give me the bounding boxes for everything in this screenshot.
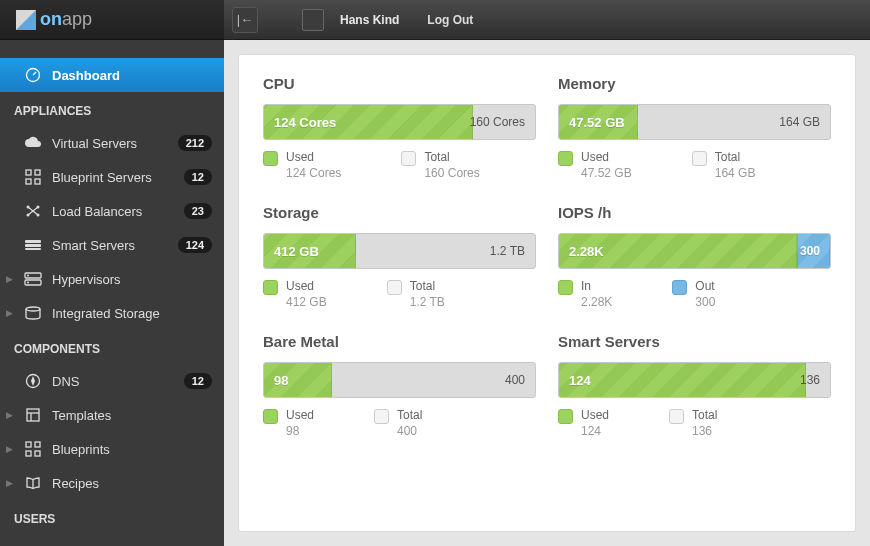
svg-rect-6 [26,179,31,184]
legend-label: In [581,279,612,293]
svg-rect-29 [26,451,31,456]
legend-value: 160 Cores [424,166,479,180]
logo-text-2: app [62,9,92,30]
swatch-icon [374,409,389,424]
sidebar-item[interactable]: ▶Integrated Storage [0,296,224,330]
sidebar-item-label: Load Balancers [52,204,142,219]
svg-rect-24 [27,409,39,421]
legend-item: Total136 [669,408,717,438]
nav: Dashboard APPLIANCESVirtual Servers212Bl… [0,40,224,534]
template-icon [22,407,44,423]
svg-rect-27 [26,442,31,447]
swatch-icon [401,151,416,166]
legend-value: 400 [397,424,422,438]
svg-rect-28 [35,442,40,447]
legend-label: Total [410,279,445,293]
progress-bar: 124136 [558,362,831,398]
svg-line-3 [33,72,36,75]
svg-rect-4 [26,170,31,175]
progress-bar: 124 Cores160 Cores [263,104,536,140]
logo[interactable]: onapp [0,0,224,40]
legend: In2.28KOut300 [558,279,831,309]
logout-link[interactable]: Log Out [427,13,473,27]
sidebar-item[interactable]: Virtual Servers212 [0,126,224,160]
sidebar-item-label: Virtual Servers [52,136,137,151]
collapse-sidebar-button[interactable]: |← [232,7,258,33]
legend-item: Total1.2 TB [387,279,445,309]
swatch-icon [558,409,573,424]
sidebar-item[interactable]: ▶Blueprints [0,432,224,466]
legend: Used412 GBTotal1.2 TB [263,279,536,309]
legend-item: Used124 [558,408,609,438]
bar-label-right: 300 [800,234,820,268]
progress-bar: 2.28K300 [558,233,831,269]
sidebar-item-label: Integrated Storage [52,306,160,321]
bar-label-left: 124 Cores [274,105,336,139]
legend-label: Used [581,408,609,422]
svg-rect-14 [25,240,41,243]
bar-label-right: 400 [505,363,525,397]
legend-item: Used412 GB [263,279,327,309]
card-title: Bare Metal [263,333,536,350]
avatar[interactable] [302,9,324,31]
dashboard-icon [22,67,44,83]
sidebar-item-label: Blueprint Servers [52,170,152,185]
sidebar-item[interactable]: Smart Servers124 [0,228,224,262]
legend-value: 47.52 GB [581,166,632,180]
legend-label: Total [715,150,756,164]
legend: Used124Total136 [558,408,831,438]
swatch-icon [263,409,278,424]
bar-label-left: 2.28K [569,234,604,268]
bar-fill [559,363,806,397]
expand-icon: ▶ [6,444,13,454]
bar-label-left: 412 GB [274,234,319,268]
legend-item: In2.28K [558,279,612,309]
swatch-icon [672,280,687,295]
expand-icon: ▶ [6,410,13,420]
card-title: Memory [558,75,831,92]
sidebar-item-label: Dashboard [52,68,120,83]
blueprint-icon [22,441,44,457]
sidebar-item[interactable]: Load Balancers23 [0,194,224,228]
expand-icon: ▶ [6,308,13,318]
svg-rect-30 [35,451,40,456]
sidebar-item-label: Hypervisors [52,272,121,287]
legend-label: Used [286,150,341,164]
expand-icon: ▶ [6,274,13,284]
legend-value: 1.2 TB [410,295,445,309]
blueprint-icon [22,169,44,185]
svg-point-20 [27,282,29,284]
sidebar-item[interactable]: ▶Hypervisors [0,262,224,296]
sidebar-item-label: Recipes [52,476,99,491]
legend-item: Used124 Cores [263,150,341,180]
legend-value: 124 Cores [286,166,341,180]
legend-item: Total400 [374,408,422,438]
legend-value: 136 [692,424,717,438]
sidebar-item[interactable]: Blueprint Servers12 [0,160,224,194]
dashboard-panel: CPU124 Cores160 CoresUsed124 CoresTotal1… [238,54,856,532]
svg-marker-23 [31,376,35,386]
sidebar-item[interactable]: ▶Recipes [0,466,224,500]
sidebar-item-label: DNS [52,374,79,389]
progress-bar: 412 GB1.2 TB [263,233,536,269]
sidebar-item-dashboard[interactable]: Dashboard [0,58,224,92]
user-name: Hans Kind [340,13,399,27]
swatch-icon [263,280,278,295]
legend: Used124 CoresTotal160 Cores [263,150,536,180]
bar-label-right: 164 GB [779,105,820,139]
sidebar-section-header: USERS [0,500,224,534]
legend-label: Used [286,279,327,293]
swatch-icon [387,280,402,295]
book-icon [22,476,44,490]
legend-item: Total164 GB [692,150,756,180]
legend-item: Used98 [263,408,314,438]
svg-rect-15 [25,244,41,247]
swatch-icon [263,151,278,166]
legend-label: Out [695,279,715,293]
progress-bar: 47.52 GB164 GB [558,104,831,140]
sidebar-item[interactable]: DNS12 [0,364,224,398]
legend-value: 412 GB [286,295,327,309]
sidebar-item[interactable]: ▶Templates [0,398,224,432]
sidebar-item-label: Blueprints [52,442,110,457]
sidebar-section-header: APPLIANCES [0,92,224,126]
